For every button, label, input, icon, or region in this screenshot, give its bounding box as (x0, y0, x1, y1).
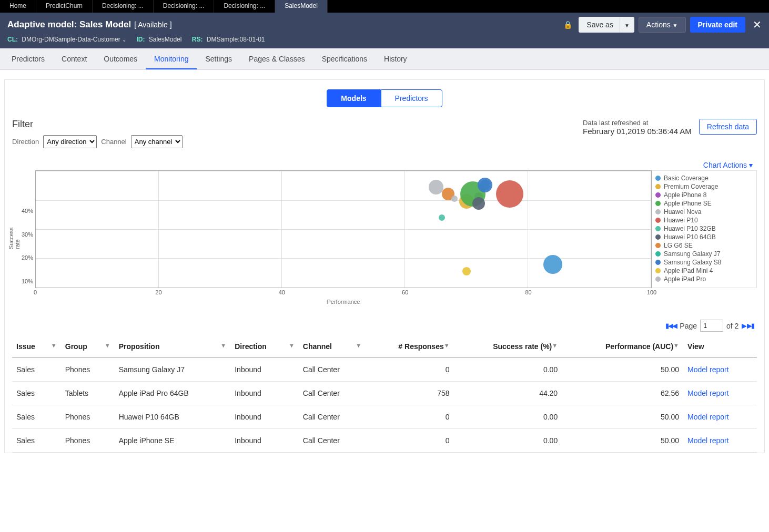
filter-icon[interactable]: ▼ (552, 342, 558, 349)
legend-item[interactable]: Huawei Nova (654, 208, 754, 216)
page-nav-item[interactable]: Specifications (313, 48, 376, 69)
model-report-link[interactable]: Model report (687, 413, 729, 421)
column-header[interactable]: Direction ▼ (230, 337, 299, 357)
page-nav-item[interactable]: History (376, 48, 416, 69)
close-icon[interactable]: ✕ (753, 18, 762, 31)
chart-legend[interactable]: Basic CoveragePremium CoverageApple iPho… (652, 170, 757, 288)
models-table: Issue ▼Group ▼Proposition ▼Direction ▼Ch… (12, 337, 757, 453)
legend-item[interactable]: Apple iPad Pro (654, 275, 754, 283)
filter-icon[interactable]: ▼ (51, 342, 57, 349)
save-as-dropdown[interactable]: ▼ (620, 17, 634, 33)
legend-item[interactable]: Apple iPhone 8 (654, 191, 754, 199)
page-first-icon[interactable]: ▮◀◀ (665, 322, 676, 330)
lock-icon: 🔒 (563, 21, 572, 29)
filter-icon[interactable]: ▼ (289, 342, 295, 349)
cell-view: Model report (683, 429, 757, 453)
chart-plot-area[interactable] (35, 170, 652, 288)
column-header[interactable]: # Responses ▼ (366, 337, 454, 357)
column-header[interactable]: Channel ▼ (299, 337, 366, 357)
app-tab[interactable]: Decisioning: ... (214, 0, 275, 13)
refresh-timestamp: February 01,2019 05:36:44 AM (583, 127, 692, 136)
column-header[interactable]: Issue ▼ (12, 337, 61, 357)
legend-item[interactable]: Apple iPad Mini 4 (654, 267, 754, 275)
channel-select[interactable]: Any channel (131, 135, 183, 148)
legend-item[interactable]: Samsung Galaxy S8 (654, 258, 754, 267)
legend-item[interactable]: Huawei P10 (654, 216, 754, 224)
filter-icon[interactable]: ▼ (444, 342, 450, 349)
legend-label: Huawei P10 64GB (664, 233, 716, 241)
legend-item[interactable]: Premium Coverage (654, 182, 754, 191)
filter-icon[interactable]: ▼ (105, 342, 110, 349)
page-nav-item[interactable]: Context (53, 48, 95, 69)
filter-heading: Filter (12, 119, 183, 130)
chart-bubble[interactable] (496, 180, 523, 208)
cell-performance: 50.00 (562, 429, 683, 453)
app-tab[interactable]: PredictChurn (36, 0, 93, 13)
filter-icon[interactable]: ▼ (220, 342, 226, 349)
app-tab[interactable]: Decisioning: ... (154, 0, 215, 13)
legend-item[interactable]: Basic Coverage (654, 174, 754, 182)
save-as-button[interactable]: Save as (579, 17, 621, 33)
column-header[interactable]: View (683, 337, 757, 357)
page-nav-item[interactable]: Monitoring (146, 48, 197, 69)
legend-item[interactable]: Apple iPhone SE (654, 199, 754, 208)
seg-predictors[interactable]: Predictors (381, 89, 442, 107)
legend-label: Premium Coverage (664, 183, 718, 190)
chart-bubble[interactable] (543, 255, 562, 274)
chart-actions-menu[interactable]: Chart Actions ▾ (12, 161, 753, 169)
legend-swatch (655, 268, 661, 273)
chart-bubble[interactable] (429, 180, 443, 195)
app-tab[interactable]: SalesModel (275, 0, 328, 13)
private-edit-button[interactable]: Private edit (690, 17, 745, 33)
x-tick: 60 (402, 289, 408, 295)
chart-bubble[interactable] (478, 178, 492, 192)
legend-label: Apple iPad Pro (664, 275, 706, 283)
record-tabs: PredictorsContextOutcomesMonitoringSetti… (0, 48, 769, 70)
model-report-link[interactable]: Model report (687, 436, 729, 445)
model-report-link[interactable]: Model report (687, 389, 729, 397)
page-nav-item[interactable]: Settings (197, 48, 240, 69)
direction-select[interactable]: Any direction (43, 135, 97, 148)
column-header[interactable]: Performance (AUC) ▼ (562, 337, 683, 357)
legend-item[interactable]: LG G6 SE (654, 241, 754, 250)
table-row: SalesPhonesSamsung Galaxy J7InboundCall … (12, 357, 757, 382)
filter-icon[interactable]: ▼ (356, 342, 361, 349)
models-predictors-toggle: Models Predictors (12, 89, 757, 107)
rs-value: DMSample:08-01-01 (207, 36, 265, 43)
column-header[interactable]: Group ▼ (61, 337, 115, 357)
legend-item[interactable]: Huawei P10 32GB (654, 224, 754, 233)
x-tick: 100 (647, 289, 656, 295)
legend-item[interactable]: Samsung Galaxy J7 (654, 250, 754, 258)
column-header[interactable]: Success rate (%) ▼ (454, 337, 562, 357)
page-next-icon[interactable]: ▶ ▶▮ (742, 322, 754, 330)
legend-item[interactable]: Huawei P10 64GB (654, 233, 754, 241)
legend-swatch (655, 277, 661, 282)
chart-bubble[interactable] (451, 196, 458, 202)
cell-group: Tablets (61, 382, 115, 405)
cell-performance: 50.00 (562, 357, 683, 382)
page-input[interactable] (700, 320, 723, 332)
column-header[interactable]: Proposition ▼ (115, 337, 231, 357)
cell-responses: 0 (366, 357, 454, 382)
legend-swatch (655, 243, 661, 248)
chart-bubble[interactable] (439, 214, 445, 221)
page-total: of 2 (726, 322, 738, 330)
page-nav-item[interactable]: Outcomes (95, 48, 146, 69)
cell-proposition: Apple iPad Pro 64GB (115, 382, 231, 405)
actions-button[interactable]: Actions ▼ (639, 17, 686, 33)
chart-bubble[interactable] (462, 267, 471, 275)
legend-label: Huawei Nova (664, 208, 701, 216)
model-report-link[interactable]: Model report (687, 365, 729, 374)
page-nav-item[interactable]: Predictors (3, 48, 53, 69)
refresh-data-button[interactable]: Refresh data (699, 119, 757, 135)
app-tab[interactable]: Decisioning: ... (93, 0, 154, 13)
chart-bubble[interactable] (472, 197, 485, 210)
app-tab[interactable]: Home (0, 0, 36, 13)
filter-icon[interactable]: ▼ (673, 342, 679, 349)
app-tab-strip: HomePredictChurnDecisioning: ...Decision… (0, 0, 769, 13)
page-nav-item[interactable]: Pages & Classes (240, 48, 313, 69)
table-row: SalesTabletsApple iPad Pro 64GBInboundCa… (12, 382, 757, 405)
seg-models[interactable]: Models (327, 89, 380, 107)
cl-value[interactable]: DMOrg-DMSample-Data-Customer ⌄ (22, 36, 126, 43)
cell-group: Phones (61, 357, 115, 382)
